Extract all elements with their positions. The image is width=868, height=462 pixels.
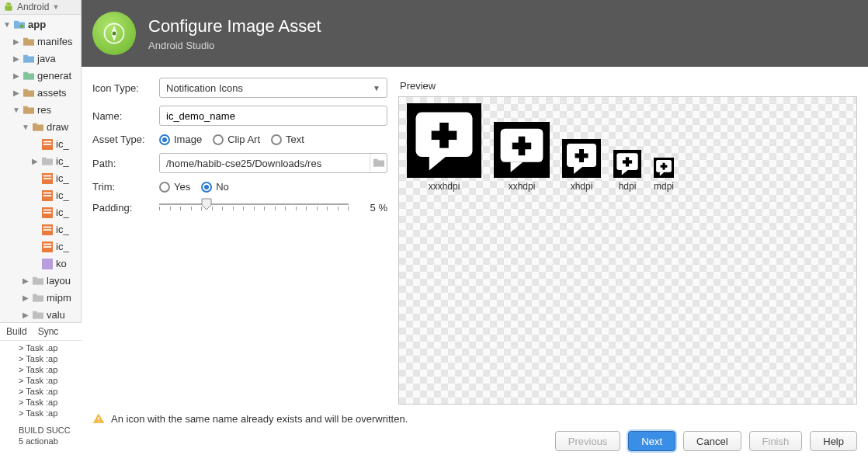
project-view-selector[interactable]: Android ▼: [0, 0, 81, 15]
radio-icon: [213, 134, 224, 145]
svg-rect-30: [43, 212, 52, 214]
asset-type-clipart-radio[interactable]: Clip Art: [213, 134, 260, 145]
svg-rect-42: [33, 313, 43, 319]
folder-icon: [373, 158, 384, 168]
tree-folder-res[interactable]: ▼res: [3, 102, 81, 119]
name-label: Name:: [92, 110, 159, 122]
trim-yes-radio[interactable]: Yes: [159, 181, 190, 193]
xml-icon: [42, 139, 53, 150]
svg-rect-41: [33, 294, 37, 297]
warning-message: An icon with the same name already exist…: [82, 405, 868, 425]
tree-folder-mipmap[interactable]: ▶mipm: [3, 290, 81, 307]
density-label: hdpi: [619, 181, 637, 192]
chevron-down-icon: ▼: [52, 3, 59, 11]
density-label: xhdpi: [571, 181, 593, 192]
icon-type-label: Icon Type:: [92, 82, 159, 94]
tree-folder-java[interactable]: ▶java: [3, 50, 81, 68]
svg-rect-35: [43, 244, 52, 245]
name-input[interactable]: [159, 106, 387, 126]
caret-right-icon: ▶: [22, 307, 30, 324]
svg-rect-20: [42, 159, 53, 165]
svg-rect-9: [23, 74, 34, 80]
folder-icon: [23, 37, 34, 47]
density-preview-hdpi: hdpi: [613, 150, 641, 192]
notification-icon-preview: [613, 150, 641, 178]
caret-right-icon: ▶: [12, 85, 20, 102]
caret-right-icon: ▶: [12, 68, 20, 85]
tree-file-ic1[interactable]: ic_: [3, 136, 81, 153]
notification-icon-preview: [562, 139, 601, 178]
radio-checked-icon: [201, 182, 212, 193]
next-button[interactable]: Next: [628, 431, 675, 451]
icon-type-combo[interactable]: Notification Icons ▼: [159, 78, 387, 98]
svg-rect-43: [33, 311, 37, 314]
tree-file-ic5[interactable]: ic_: [3, 204, 81, 221]
tree-folder-manifests[interactable]: ▶manifes: [3, 33, 81, 50]
previous-button[interactable]: Previous: [555, 431, 621, 451]
tree-folder-drawable[interactable]: ▼draw: [3, 119, 81, 136]
warning-icon: [92, 412, 105, 425]
tree-file-ic3[interactable]: ic_: [3, 170, 81, 187]
svg-rect-19: [43, 144, 52, 145]
svg-rect-11: [23, 91, 34, 97]
compass-icon: [102, 22, 126, 45]
svg-rect-66: [623, 160, 632, 163]
project-tree[interactable]: ▼ app ▶manifes ▶java ▶generat ▶assets ▼r…: [0, 15, 81, 324]
tree-module-app[interactable]: ▼ app: [3, 16, 81, 33]
folder-icon: [23, 71, 34, 81]
svg-rect-23: [43, 175, 52, 177]
svg-rect-18: [43, 141, 52, 143]
tree-folder-assets[interactable]: ▶assets: [3, 85, 81, 102]
notification-icon-preview: [407, 103, 481, 178]
console-output: > Task .ap > Task :ap > Task :ap > Task …: [0, 341, 82, 446]
padding-value: 5 %: [356, 202, 387, 214]
svg-rect-16: [33, 123, 37, 126]
folder-icon: [23, 89, 34, 98]
svg-rect-38: [33, 279, 43, 285]
tree-folder-layout[interactable]: ▶layou: [3, 273, 81, 290]
xml-icon: [42, 173, 53, 184]
folder-icon: [33, 123, 43, 132]
svg-rect-32: [43, 227, 52, 228]
svg-rect-6: [23, 38, 28, 40]
browse-button[interactable]: [370, 154, 387, 172]
svg-rect-39: [33, 277, 37, 280]
tree-folder-values[interactable]: ▶valu: [3, 307, 81, 324]
padding-slider[interactable]: [159, 200, 349, 214]
tree-file-ic7[interactable]: ic_: [3, 238, 81, 255]
density-label: mdpi: [654, 181, 674, 192]
console-tab-build[interactable]: Build: [6, 326, 27, 337]
caret-down-icon: ▼: [12, 102, 20, 119]
kotlin-icon: [42, 259, 53, 269]
folder-icon: [23, 54, 34, 64]
caret-right-icon: ▶: [22, 273, 30, 290]
tree-file-ic4[interactable]: ic_: [3, 187, 81, 204]
tree-file-ic2[interactable]: ▶ic_: [3, 153, 81, 170]
trim-no-radio[interactable]: No: [201, 181, 229, 193]
tree-file-ic6[interactable]: ic_: [3, 221, 81, 238]
svg-rect-58: [512, 143, 531, 150]
svg-point-4: [20, 24, 24, 28]
dialog-header: Configure Image Asset Android Studio: [82, 0, 868, 67]
caret-down-icon: ▼: [3, 16, 11, 33]
android-icon: [3, 2, 14, 12]
console-tab-sync[interactable]: Sync: [38, 326, 59, 337]
svg-rect-71: [98, 417, 99, 420]
notification-icon-preview: [654, 158, 674, 178]
finish-button[interactable]: Finish: [749, 431, 803, 451]
path-input[interactable]: /home/habib-cse25/Downloads/res: [159, 153, 387, 173]
cancel-button[interactable]: Cancel: [683, 431, 741, 451]
tree-folder-generated[interactable]: ▶generat: [3, 68, 81, 85]
asset-type-text-radio[interactable]: Text: [271, 134, 304, 145]
density-preview-xhdpi: xhdpi: [562, 139, 601, 192]
density-label: xxxhdpi: [429, 181, 460, 192]
padding-label: Padding:: [92, 202, 159, 214]
tree-file-kotlin[interactable]: ko: [3, 255, 81, 273]
asset-type-image-radio[interactable]: Image: [159, 134, 202, 145]
density-preview-xxxhdpi: xxxhdpi: [407, 103, 481, 192]
svg-rect-50: [373, 159, 378, 162]
help-button[interactable]: Help: [810, 431, 857, 451]
folder-icon: [42, 157, 53, 166]
radio-icon: [271, 134, 282, 145]
slider-thumb-icon[interactable]: [201, 198, 212, 210]
